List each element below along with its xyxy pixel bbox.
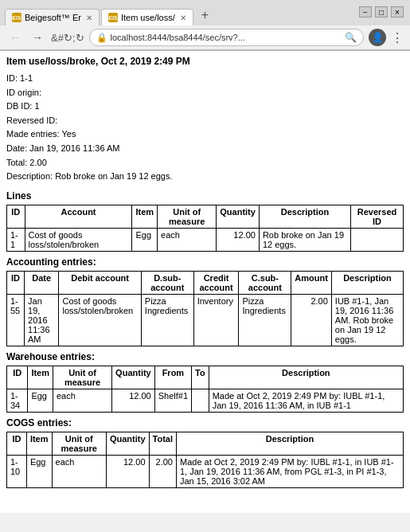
cogs-section-title: COGS entries: [6,417,404,428]
acct-row-1: 1-55 Jan 19, 2016 11:36 AM Cost of goods… [7,294,404,346]
cogs-row1-total: 2.00 [149,455,176,487]
lines-table: ID Account Item Unit of measure Quantity… [6,205,404,252]
info-total: Total: 2.00 [6,156,404,170]
acct-col-credit: Credit account [193,271,239,294]
lines-row1-desc: Rob broke on Jan 19 12 eggs. [259,228,350,251]
wh-row1-qty: 12.00 [112,389,155,412]
acct-col-date: Date [25,271,59,294]
acct-row1-credit: Inventory [193,294,239,346]
lines-col-rev-id: Reversed ID [351,205,404,228]
profile-icon[interactable]: 👤 [369,29,386,46]
lines-col-id: ID [7,205,25,228]
acct-row1-amount: 2.00 [291,294,332,346]
lines-row1-account: Cost of goods loss/stolen/broken [25,228,132,251]
lines-col-unit: Unit of measure [158,205,217,228]
cogs-col-qty: Quantity [106,432,149,455]
cogs-row1-id: 1-10 [7,455,27,487]
cogs-table: ID Item Unit of measure Quantity Total D… [6,432,404,488]
tab2-favicon: EIS [108,13,118,22]
wh-col-to: To [192,366,209,389]
cogs-col-unit: Unit of measure [52,432,106,455]
wh-col-id: ID [7,366,28,389]
cogs-row1-unit: each [52,455,106,487]
tab-item-use[interactable]: EIS Item use/loss/ ✕ [101,9,193,25]
wh-row1-desc: Made at Oct 2, 2019 2:49 PM by: IUBL #1-… [209,389,403,412]
lock-icon: 🔒 [96,33,107,43]
lines-row-1: 1-1 Cost of goods loss/stolen/broken Egg… [7,228,404,251]
back-button[interactable]: ← [6,29,24,45]
info-date: Date: Jan 19, 2016 11:36 AM [6,142,404,156]
cogs-row1-desc: Made at Oct 2, 2019 2:49 PM by: IUBL #1-… [177,455,404,487]
tab2-close[interactable]: ✕ [180,14,186,22]
tab1-close[interactable]: ✕ [86,14,92,22]
lines-section-title: Lines [6,190,404,201]
info-id-origin: ID origin: [6,86,404,100]
cogs-col-desc: Description [177,432,404,455]
browser-window: EIS Beigesoft™ Er ✕ EIS Item use/loss/ ✕… [0,0,410,513]
info-made-entries: Made entries: Yes [6,127,404,142]
acct-row1-csub: Pizza Ingredients [239,294,291,346]
cogs-col-id: ID [7,432,27,455]
acct-col-csub: C.sub-account [239,271,291,294]
lines-row1-rev-id [351,228,404,251]
lines-col-desc: Description [259,205,350,228]
acct-col-desc: Description [331,271,403,294]
acct-col-dsub: D.sub-account [141,271,193,294]
warehouse-table: ID Item Unit of measure Quantity From To… [6,366,404,413]
wh-col-unit: Unit of measure [53,366,112,389]
new-tab-button[interactable]: + [195,5,215,25]
info-id: ID: 1-1 [6,72,404,86]
wh-col-desc: Description [209,366,403,389]
lines-row1-unit: each [158,228,217,251]
info-description: Description: Rob broke on Jan 19 12 eggs… [6,170,404,184]
maximize-button[interactable]: □ [375,6,388,18]
accounting-section-title: Accounting entries: [6,256,404,268]
acct-row1-debit: Cost of goods loss/stolen/broken [59,294,141,346]
wh-row1-id: 1-34 [7,389,28,412]
tab1-favicon: EIS [12,13,21,22]
cogs-col-item: Item [26,432,52,455]
tab1-label: Beigesoft™ Er [25,13,81,22]
acct-row1-desc: IUB #1-1, Jan 19, 2016 11:36 AM. Rob bro… [331,294,403,346]
address-bar: ← → &#↻;↻ 🔒 localhost:8444/bsa8444/sec/s… [0,25,410,50]
window-controls: − □ × [359,6,404,18]
info-db-id: DB ID: 1 [6,100,404,114]
cogs-col-total: Total [149,432,176,455]
info-reversed-id: Reversed ID: [6,114,404,128]
cogs-row1-qty: 12.00 [106,455,149,487]
tab-beigesoft[interactable]: EIS Beigesoft™ Er ✕ [5,9,100,25]
minimize-button[interactable]: − [359,6,372,18]
lines-row1-item: Egg [132,228,158,251]
tab2-label: Item use/loss/ [121,13,175,22]
lines-row1-id: 1-1 [7,228,25,251]
refresh-button[interactable]: &#↻;↻ [51,32,84,44]
lines-row1-qty: 12.00 [217,228,260,251]
lines-col-item: Item [132,205,158,228]
acct-row1-date: Jan 19, 2016 11:36 AM [25,294,59,346]
wh-col-qty: Quantity [112,366,155,389]
accounting-table: ID Date Debit account D.sub-account Cred… [6,271,404,346]
close-button[interactable]: × [391,6,404,18]
page-content: Item use/loss/broke, Oct 2, 2019 2:49 PM… [0,51,410,513]
wh-row1-from: Shelf#1 [154,389,191,412]
lines-col-qty: Quantity [217,205,260,228]
wh-col-from: From [154,366,191,389]
cogs-row-1: 1-10 Egg each 12.00 2.00 Made at Oct 2, … [7,455,404,487]
acct-row1-id: 1-55 [7,294,25,346]
acct-row1-dsub: Pizza Ingredients [141,294,193,346]
url-text: localhost:8444/bsa8444/sec/srv?... [111,33,245,42]
acct-col-amount: Amount [291,271,332,294]
warehouse-section-title: Warehouse entries: [6,351,404,362]
lines-col-account: Account [25,205,132,228]
wh-col-item: Item [28,366,53,389]
wh-row-1: 1-34 Egg each 12.00 Shelf#1 Made at Oct … [7,389,404,412]
browser-menu-icon[interactable]: ⋮ [391,30,404,45]
wh-row1-unit: each [53,389,112,412]
acct-col-id: ID [7,271,25,294]
page-title: Item use/loss/broke, Oct 2, 2019 2:49 PM [6,56,404,67]
wh-row1-item: Egg [28,389,53,412]
acct-col-debit: Debit account [59,271,141,294]
tab-bar: EIS Beigesoft™ Er ✕ EIS Item use/loss/ ✕… [0,0,220,25]
url-bar[interactable]: 🔒 localhost:8444/bsa8444/sec/srv?... 🔍 [89,29,364,46]
forward-button[interactable]: → [29,29,46,45]
